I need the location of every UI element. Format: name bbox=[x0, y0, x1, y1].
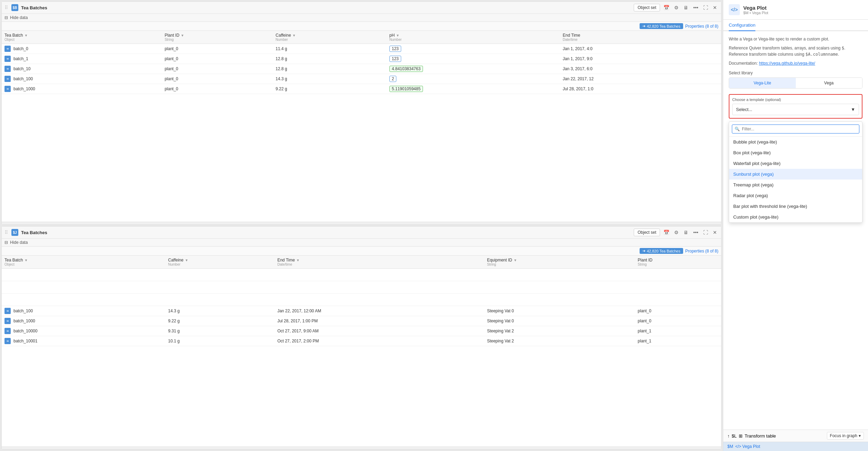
cell-ph: 123 bbox=[387, 54, 560, 64]
filter-input[interactable] bbox=[732, 125, 859, 134]
dropdown-item[interactable]: Bar plot with threshold line (vega-lite) bbox=[729, 201, 862, 212]
right-panel: </> Vega Plot $M • Vega Plot Configurati… bbox=[723, 0, 868, 451]
top-panel-title: Tea Batches bbox=[21, 5, 47, 10]
col-caffeine-top: Caffeine ▼ Number bbox=[273, 31, 387, 44]
transform-table-icon2: ⊞ bbox=[739, 433, 743, 439]
object-set-button-bottom[interactable]: Object set bbox=[634, 229, 660, 236]
hide-data-bar-bottom[interactable]: ⊟ Hide data bbox=[2, 239, 721, 247]
main-content: ⠿ $B Tea Batches Object set 📅 ⚙ 🖥 ••• ⛶ … bbox=[0, 0, 723, 451]
cell-caffeine: 11.4 g bbox=[273, 44, 387, 54]
top-table: Tea Batch ▼ Object Plant ID ▼ String bbox=[2, 31, 721, 94]
monitor-icon-top[interactable]: 🖥 bbox=[682, 4, 690, 11]
hide-data-icon-bottom: ⊟ bbox=[4, 240, 8, 245]
cell-endtime: Jan 1, 2017, 4:0 bbox=[560, 44, 721, 54]
hide-data-bar-top[interactable]: ⊟ Hide data bbox=[2, 14, 721, 22]
lib-vega-btn[interactable]: Vega bbox=[796, 78, 862, 88]
top-panel-actions: Object set 📅 ⚙ 🖥 ••• ⛶ ✕ bbox=[634, 4, 718, 11]
monitor-icon-bottom[interactable]: 🖥 bbox=[682, 229, 690, 236]
bottom-panel-actions: Object set 📅 ⚙ 🖥 ••• ⛶ ✕ bbox=[634, 229, 718, 236]
vega-icon: </> bbox=[729, 4, 740, 15]
more-icon-top[interactable]: ••• bbox=[692, 4, 700, 11]
sort-icon-tea-batch-top[interactable]: ▼ bbox=[24, 34, 28, 37]
dropdown-item[interactable]: Treemap plot (vega) bbox=[729, 180, 862, 190]
count-bar-bottom: ➜ 42,820 Tea Batches Properties (8 of 8) bbox=[2, 247, 721, 256]
expand-icon-bottom[interactable]: ⛶ bbox=[702, 229, 709, 236]
cell-equipment: Steeping Vat 0 bbox=[484, 306, 635, 316]
dropdown-item[interactable]: Waterfall plot (vega-lite) bbox=[729, 158, 862, 169]
properties-link-bottom[interactable]: Properties (8 of 8) bbox=[685, 249, 718, 254]
dropdown-item[interactable]: Sunburst plot (vega) bbox=[729, 169, 862, 180]
cell-ph: 2 bbox=[387, 74, 560, 84]
dropdown-item[interactable]: Custom plot (vega-lite) bbox=[729, 212, 862, 222]
bottom-panel: ⠿ $J Tea Batches Object set 📅 ⚙ 🖥 ••• ⛶ … bbox=[1, 226, 721, 450]
sort-icon-caffeine-bottom[interactable]: ▼ bbox=[185, 258, 188, 262]
footer-icon: $M bbox=[727, 444, 733, 449]
hide-data-label-top: Hide data bbox=[10, 15, 28, 20]
close-icon-top[interactable]: ✕ bbox=[711, 4, 718, 11]
table-row: ➜ batch_100 14.3 g Jan 22, 2017, 12:00 A… bbox=[2, 306, 721, 316]
count-badge-top: ➜ 42,820 Tea Batches bbox=[640, 23, 683, 29]
scrollbar-top[interactable] bbox=[2, 222, 721, 224]
top-table-header-row: Tea Batch ▼ Object Plant ID ▼ String bbox=[2, 31, 721, 44]
sort-icon-endtime-bottom[interactable]: ▼ bbox=[296, 258, 300, 262]
dollar-ref: $ bbox=[842, 46, 844, 50]
arrow-up-icon: ↑ bbox=[727, 433, 730, 439]
close-icon-bottom[interactable]: ✕ bbox=[711, 229, 718, 236]
table-row: ➜ batch_0 plant_0 11.4 g 123 Jan 1, 2017… bbox=[2, 44, 721, 54]
cell-ph: 4.84103834763 bbox=[387, 64, 560, 74]
cell-name: ➜ batch_1000 bbox=[2, 84, 162, 94]
dropdown-item[interactable]: Radar plot (vega) bbox=[729, 190, 862, 201]
cell-endtime: Jan 22, 2017, 12 bbox=[560, 74, 721, 84]
bottom-bar: ↑ $L ⊞ Transform table Focus in graph ▾ bbox=[723, 430, 868, 442]
col-ph-top: pH ▼ Number bbox=[387, 31, 560, 44]
cell-caffeine: 10.1 g bbox=[165, 336, 274, 346]
cell-plant-id: plant_0 bbox=[162, 64, 273, 74]
top-panel-icon: $B bbox=[11, 4, 18, 11]
sort-icon-plant-id-top[interactable]: ▼ bbox=[181, 34, 184, 37]
top-table-wrap: Tea Batch ▼ Object Plant ID ▼ String bbox=[2, 31, 721, 222]
sort-icon-equipment-bottom[interactable]: ▼ bbox=[513, 258, 517, 262]
drag-handle-top[interactable]: ⠿ bbox=[4, 5, 8, 10]
focus-graph-button[interactable]: Focus in graph ▾ bbox=[827, 432, 864, 440]
expand-icon-top[interactable]: ⛶ bbox=[702, 4, 709, 11]
more-icon-bottom[interactable]: ••• bbox=[692, 229, 700, 236]
vega-plot-title: Vega Plot bbox=[743, 5, 768, 11]
drag-handle-bottom[interactable]: ⠿ bbox=[4, 230, 8, 235]
lib-vega-lite-btn[interactable]: Vega-Lite bbox=[729, 78, 796, 88]
footer-label: </> Vega Plot bbox=[735, 444, 760, 449]
calendar-icon-bottom[interactable]: 📅 bbox=[662, 229, 671, 236]
cell-endtime: Jan 3, 2017, 6:0 bbox=[560, 64, 721, 74]
row-icon: ➜ bbox=[4, 66, 11, 72]
cell-ph: 123 bbox=[387, 44, 560, 54]
cell-plant-id: plant_0 bbox=[162, 74, 273, 84]
cell-plant-id: plant_1 bbox=[635, 326, 721, 336]
row-icon: ➜ bbox=[4, 328, 11, 334]
cell-plant-id: plant_0 bbox=[635, 306, 721, 316]
vega-plot-header: </> Vega Plot $M • Vega Plot bbox=[723, 0, 868, 20]
dropdown-item[interactable]: Bubble plot (vega-lite) bbox=[729, 137, 862, 147]
settings-icon-bottom[interactable]: ⚙ bbox=[673, 229, 680, 236]
tab-configuration[interactable]: Configuration bbox=[729, 20, 755, 31]
cell-endtime: Jan 1, 2017, 9:0 bbox=[560, 54, 721, 64]
cell-caffeine: 9.22 g bbox=[165, 316, 274, 326]
count-bar-top: ➜ 42,820 Tea Batches Properties (8 of 8) bbox=[2, 22, 721, 31]
properties-link-top[interactable]: Properties (8 of 8) bbox=[685, 24, 718, 29]
object-set-button-top[interactable]: Object set bbox=[634, 4, 660, 11]
table-row: ➜ batch_1000 9.22 g Jul 28, 2017, 1:00 P… bbox=[2, 316, 721, 326]
scrollbar-bottom[interactable] bbox=[2, 447, 721, 449]
bottom-panel-title: Tea Batches bbox=[21, 230, 47, 235]
row-icon: ➜ bbox=[4, 318, 11, 324]
calendar-icon-top[interactable]: 📅 bbox=[662, 4, 671, 11]
cell-caffeine: 12.8 g bbox=[273, 54, 387, 64]
row-icon: ➜ bbox=[4, 86, 11, 92]
sort-icon-ph-top[interactable]: ▼ bbox=[396, 34, 399, 37]
dropdown-item[interactable]: Box plot (vega-lite) bbox=[729, 147, 862, 158]
cell-endtime: Jul 28, 2017, 1:0 bbox=[560, 84, 721, 94]
template-select-box[interactable]: Select... ▼ bbox=[732, 104, 859, 115]
doc-link[interactable]: https://vega.github.io/vega-lite/ bbox=[759, 61, 815, 66]
description-1: Write a Vega or Vega-lite spec to render… bbox=[729, 36, 862, 42]
sort-icon-caffeine-top[interactable]: ▼ bbox=[292, 34, 296, 37]
transform-table-icon: $L bbox=[732, 433, 737, 439]
settings-icon-top[interactable]: ⚙ bbox=[673, 4, 680, 11]
sort-icon-tea-batch-bottom[interactable]: ▼ bbox=[24, 258, 28, 262]
